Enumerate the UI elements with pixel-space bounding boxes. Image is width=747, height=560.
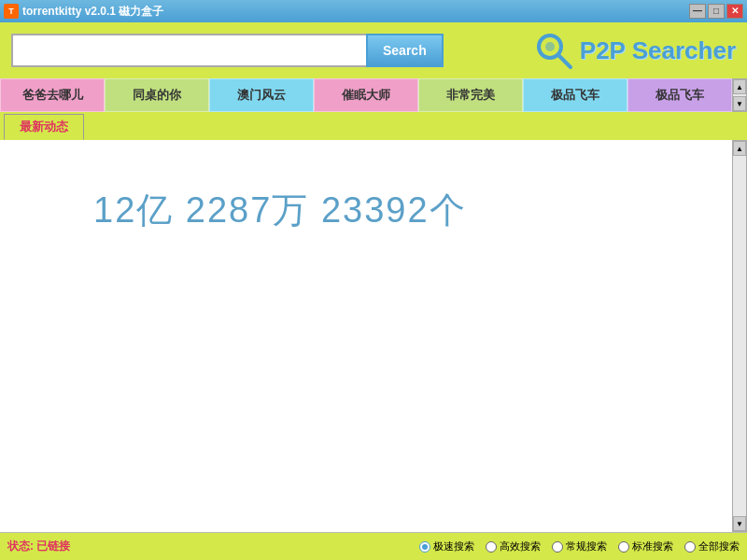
radio-label-4: 全部搜索: [698, 539, 740, 553]
radio-label-1: 高效搜索: [500, 539, 541, 553]
content-scroll-track: [733, 156, 746, 516]
app-icon: T: [4, 4, 19, 19]
title-bar: T torrentkitty v2.0.1 磁力盒子 — □ ✕: [0, 0, 747, 22]
content-scroll-up[interactable]: ▲: [733, 141, 746, 156]
title-bar-left: T torrentkitty v2.0.1 磁力盒子: [4, 4, 163, 20]
radio-group: 极速搜索高效搜索常规搜索标准搜索全部搜索: [419, 539, 740, 553]
tag-item-3[interactable]: 催眠大师: [314, 78, 418, 112]
radio-circle-1: [486, 541, 497, 553]
tag-item-6[interactable]: 极品飞车: [627, 78, 732, 112]
radio-label-3: 标准搜索: [632, 539, 673, 553]
radio-circle-2: [552, 541, 563, 553]
status-bar: 状态: 已链接 极速搜索高效搜索常规搜索标准搜索全部搜索: [0, 532, 747, 560]
search-icon: [533, 30, 574, 71]
radio-0[interactable]: 极速搜索: [419, 539, 474, 553]
tags-row: 爸爸去哪儿同桌的你澳门风云催眠大师非常完美极品飞车极品飞车 ▲ ▼: [0, 78, 747, 112]
title-bar-controls: — □ ✕: [689, 4, 743, 19]
stats-text: 12亿 2287万 23392个: [0, 140, 467, 234]
radio-circle-3: [618, 541, 629, 553]
tag-item-2[interactable]: 澳门风云: [209, 78, 314, 112]
radio-circle-4: [684, 541, 696, 553]
content-scrollbar[interactable]: ▲ ▼: [732, 140, 747, 532]
p2p-logo: P2P Searcher: [533, 30, 736, 71]
radio-circle-0: [419, 541, 430, 553]
tag-item-4[interactable]: 非常完美: [418, 78, 523, 112]
status-value: 已链接: [36, 539, 70, 553]
search-button[interactable]: Search: [366, 34, 444, 67]
radio-2[interactable]: 常规搜索: [552, 539, 607, 553]
radio-4[interactable]: 全部搜索: [684, 539, 740, 553]
tag-item-5[interactable]: 极品飞车: [523, 78, 627, 112]
content-scroll-down[interactable]: ▼: [733, 516, 746, 531]
svg-line-2: [558, 55, 571, 67]
status-left: 状态: 已链接: [7, 539, 70, 554]
tag-item-0[interactable]: 爸爸去哪儿: [0, 78, 105, 112]
p2p-logo-text: P2P Searcher: [580, 36, 736, 65]
radio-3[interactable]: 标准搜索: [618, 539, 673, 553]
radio-1[interactable]: 高效搜索: [486, 539, 541, 553]
status-label: 状态:: [7, 539, 34, 553]
title-text: torrentkitty v2.0.1 磁力盒子: [22, 4, 163, 20]
maximize-button[interactable]: □: [708, 4, 725, 19]
tab-item-0[interactable]: 最新动态: [4, 114, 84, 140]
minimize-button[interactable]: —: [689, 4, 706, 19]
tag-item-1[interactable]: 同桌的你: [105, 78, 209, 112]
tags-scrollbar[interactable]: ▲ ▼: [732, 78, 747, 112]
tab-row: 最新动态: [0, 112, 747, 140]
svg-point-1: [545, 42, 555, 51]
header: Search P2P Searcher: [0, 22, 747, 78]
scroll-down-arrow[interactable]: ▼: [733, 96, 746, 111]
close-button[interactable]: ✕: [726, 4, 743, 19]
search-input[interactable]: [11, 34, 366, 67]
scroll-up-arrow[interactable]: ▲: [733, 79, 746, 94]
main-content: 12亿 2287万 23392个 ▲ ▼: [0, 140, 747, 532]
radio-label-0: 极速搜索: [433, 539, 474, 553]
radio-label-2: 常规搜索: [566, 539, 607, 553]
